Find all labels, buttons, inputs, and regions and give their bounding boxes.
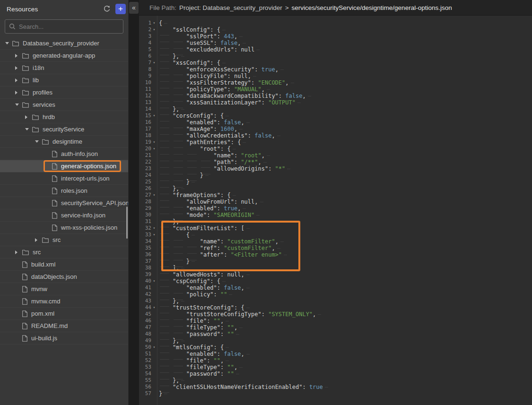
tree-item-Database_security_provider[interactable]: Database_security_provider	[0, 37, 128, 50]
fold-marker-icon[interactable]: ▾	[151, 26, 157, 33]
code-line-41[interactable]: 41"enabled": false,	[139, 284, 532, 291]
tree-item-generated-angular-app[interactable]: generated-angular-app	[0, 50, 128, 62]
code-line-10[interactable]: 10"xssFilterStrategy": "ENCODE",	[139, 79, 532, 86]
code-line-29[interactable]: 29"enabled": true,	[139, 205, 532, 212]
code-line-57[interactable]: 57}	[139, 390, 532, 397]
code-line-26[interactable]: 26},	[139, 185, 532, 192]
code-line-27[interactable]: 27▾"frameOptions": {	[139, 192, 532, 198]
code-line-30[interactable]: 30"mode": "SAMEORIGIN"	[139, 212, 532, 218]
fold-marker-icon[interactable]: ▾	[151, 112, 157, 119]
code-line-46[interactable]: 46"file": "",	[139, 318, 532, 324]
fold-marker-icon[interactable]: ▾	[151, 192, 157, 198]
code-line-4[interactable]: 4"useSSL": false,	[139, 40, 532, 46]
code-line-14[interactable]: 14},	[139, 106, 532, 112]
code-line-42[interactable]: 42"policy": ""	[139, 291, 532, 298]
tree-item-designtime[interactable]: designtime	[0, 136, 128, 148]
code-line-39[interactable]: 39"allowedHosts": null,	[139, 271, 532, 278]
tree-item-README.md[interactable]: README.md	[0, 320, 128, 332]
code-line-38[interactable]: 38],	[139, 265, 532, 271]
tree-item-mvnw[interactable]: mvnw	[0, 283, 128, 295]
code-line-20[interactable]: 20▾"root": {	[139, 146, 532, 152]
code-line-11[interactable]: 11"policyType": "MANUAL",	[139, 86, 532, 93]
chevron-right-icon[interactable]	[15, 66, 17, 70]
code-line-56[interactable]: 56"clientSSLHostNameVerificationEnabled"…	[139, 384, 532, 390]
code-line-53[interactable]: 53"fileType": "",	[139, 364, 532, 371]
refresh-icon[interactable]	[102, 4, 112, 14]
code-line-8[interactable]: 8"enforceXssSecurity": true,	[139, 66, 532, 73]
chevron-right-icon[interactable]	[15, 250, 17, 254]
tree-item-service-info.json[interactable]: service-info.json	[0, 209, 128, 222]
code-line-47[interactable]: 47"fileType": "",	[139, 324, 532, 331]
code-line-7[interactable]: 7▾"xssConfig": {	[139, 60, 532, 66]
code-line-31[interactable]: 31},	[139, 218, 532, 225]
code-line-54[interactable]: 54"password": ""	[139, 371, 532, 377]
code-line-55[interactable]: 55},	[139, 377, 532, 384]
code-editor[interactable]: 1▾{2▾"sslConfig": {3"sslPort": 443,4"use…	[139, 16, 532, 405]
code-line-36[interactable]: 36"after": "<Filter enum>"	[139, 251, 532, 258]
code-line-34[interactable]: 34"name": "customFilter",	[139, 238, 532, 245]
code-line-21[interactable]: 21"name": "root",	[139, 152, 532, 159]
code-line-18[interactable]: 18"allowCredentials": false,	[139, 132, 532, 139]
fold-marker-icon[interactable]: ▾	[151, 304, 157, 311]
tree-item-intercept-urls.json[interactable]: intercept-urls.json	[0, 172, 128, 185]
tree-item-services[interactable]: services	[0, 99, 128, 111]
code-line-3[interactable]: 3"sslPort": 443,	[139, 33, 532, 40]
tree-item-profiles[interactable]: profiles	[0, 86, 128, 99]
fold-marker-icon[interactable]: ▾	[151, 139, 157, 146]
collapse-panel-button[interactable]: «	[129, 2, 139, 14]
tree-item-pom.xml[interactable]: pom.xml	[0, 308, 128, 320]
fold-marker-icon[interactable]: ▾	[151, 225, 157, 232]
tree-item-ui-build.js[interactable]: ui-build.js	[0, 332, 128, 345]
tree-item-mvnw.cmd[interactable]: mvnw.cmd	[0, 295, 128, 308]
code-line-13[interactable]: 13"xssSanitizationLayer": "OUTPUT"	[139, 99, 532, 106]
chevron-down-icon[interactable]	[35, 140, 39, 143]
code-line-45[interactable]: 45"trustStoreConfigType": "SYSTEM_ONLY",	[139, 311, 532, 318]
code-line-12[interactable]: 12"dataBackwardCompatibility": false,	[139, 93, 532, 99]
code-line-25[interactable]: 25}	[139, 179, 532, 185]
fold-marker-icon[interactable]: ▾	[151, 20, 157, 26]
code-line-32[interactable]: 32▾"customFilterList": [	[139, 225, 532, 232]
code-line-50[interactable]: 50▾"mtlsConfig": {	[139, 344, 532, 351]
chevron-down-icon[interactable]	[15, 103, 19, 106]
code-line-48[interactable]: 48"password": ""	[139, 331, 532, 337]
tree-item-general-options.json[interactable]: general-options.json	[0, 160, 128, 172]
code-line-1[interactable]: 1▾{	[139, 20, 532, 26]
code-line-51[interactable]: 51"enabled": false,	[139, 351, 532, 357]
add-resource-button[interactable]: +	[115, 4, 126, 14]
code-line-28[interactable]: 28"allowFromUrl": null,	[139, 198, 532, 205]
tree-item-dataObjects.json[interactable]: dataObjects.json	[0, 271, 128, 283]
chevron-right-icon[interactable]	[35, 238, 37, 242]
tree-item-lib[interactable]: lib	[0, 74, 128, 86]
tree-item-wm-xss-policies.json[interactable]: wm-xss-policies.json	[0, 222, 128, 234]
code-line-24[interactable]: 24}	[139, 172, 532, 179]
code-line-22[interactable]: 22"path": "/**",	[139, 159, 532, 165]
fold-marker-icon[interactable]: ▾	[151, 146, 157, 152]
chevron-right-icon[interactable]	[15, 78, 17, 82]
tree-item-securityService[interactable]: securityService	[0, 123, 128, 136]
code-line-9[interactable]: 9"policyFile": null,	[139, 73, 532, 79]
code-line-44[interactable]: 44▾"trustStoreConfig": {	[139, 304, 532, 311]
code-line-2[interactable]: 2▾"sslConfig": {	[139, 26, 532, 33]
fold-marker-icon[interactable]: ▾	[151, 232, 157, 238]
code-line-19[interactable]: 19▾"pathEntries": {	[139, 139, 532, 146]
code-line-52[interactable]: 52"file": "",	[139, 357, 532, 364]
tree-item-src[interactable]: src	[0, 246, 128, 259]
code-line-17[interactable]: 17"maxAge": 1600,	[139, 126, 532, 132]
code-line-40[interactable]: 40▾"cspConfig": {	[139, 278, 532, 284]
tree-item-src[interactable]: src	[0, 234, 128, 246]
code-line-5[interactable]: 5"excludedUrls": null	[139, 46, 532, 53]
chevron-down-icon[interactable]	[25, 128, 29, 130]
search-input[interactable]	[19, 23, 119, 30]
tree-scrollbar-thumb[interactable]	[126, 207, 128, 239]
chevron-right-icon[interactable]	[15, 91, 17, 95]
tree-item-hrdb[interactable]: hrdb	[0, 111, 128, 123]
fold-marker-icon[interactable]: ▾	[151, 278, 157, 284]
tree-item-roles.json[interactable]: roles.json	[0, 185, 128, 197]
fold-marker-icon[interactable]: ▾	[151, 344, 157, 351]
search-box[interactable]	[5, 19, 123, 34]
chevron-right-icon[interactable]	[15, 54, 17, 58]
tree-item-i18n[interactable]: i18n	[0, 62, 128, 74]
tree-item-build.xml[interactable]: build.xml	[0, 259, 128, 271]
code-line-16[interactable]: 16"enabled": false,	[139, 119, 532, 126]
code-line-23[interactable]: 23"allowedOrigins": "*"	[139, 165, 532, 172]
